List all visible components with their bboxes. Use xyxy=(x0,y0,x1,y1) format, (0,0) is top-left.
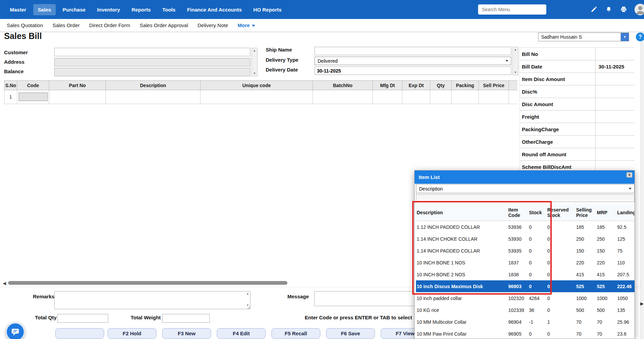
item-list-row-10-inch-padded-collar[interactable]: 10 inch padded collar1023204264010001000… xyxy=(416,292,634,304)
scroll-up-icon[interactable]: ▲ xyxy=(514,48,517,51)
button-f4-edit[interactable]: F4 Edit xyxy=(217,328,266,339)
grid-cell[interactable] xyxy=(17,90,49,104)
scroll-up-icon[interactable]: ▲ xyxy=(253,49,256,52)
printer-icon[interactable] xyxy=(620,5,628,14)
item-list-cell: 1837 xyxy=(508,260,528,265)
item-list-cell: 70 xyxy=(575,319,596,325)
items-grid-header: S.NoCodePart NoDescriptionUnique codeBat… xyxy=(4,80,517,90)
item-list-row-10-inch-bone-1-nos[interactable]: 10 INCH BONE 1 NOS183700220220110 xyxy=(416,257,634,268)
close-icon[interactable]: x xyxy=(626,172,632,178)
grid-cell[interactable] xyxy=(509,90,517,104)
function-button-blank[interactable] xyxy=(55,328,104,339)
item-list-cell: 0 xyxy=(547,224,575,230)
item-list-row-1-14-inch-padded-collar[interactable]: 1.14 INCH PADDED COLLAR539350015015075 xyxy=(416,245,634,257)
search-input[interactable] xyxy=(478,4,546,15)
topnav-item-master[interactable]: Master xyxy=(5,4,31,15)
item-list-cell: 75 xyxy=(617,248,635,254)
grid-column-exp-dt: Exp Dt xyxy=(402,80,430,90)
subnav-item-direct-order-form[interactable]: Direct Order Form xyxy=(84,20,135,31)
item-list-row-1-14-inch-choke-collar[interactable]: 1.14 INCH CHOKE COLLAR5393000250250125 xyxy=(416,233,634,245)
scroll-left-icon[interactable]: ◀ xyxy=(3,281,6,286)
delivery-date-input[interactable] xyxy=(315,66,511,75)
item-list-cell: 0 xyxy=(547,307,575,313)
item-list-cell: 96903 xyxy=(508,284,528,289)
grid-cell[interactable] xyxy=(373,90,402,104)
subnav-item-delivery-note[interactable]: Delivery Note xyxy=(193,20,233,31)
side-panel-label: PackingCharge xyxy=(520,126,595,132)
grid-column-unique-code: Unique code xyxy=(201,80,313,90)
search-by-select[interactable]: Description xyxy=(416,184,634,193)
side-panel-label: OtherCharge xyxy=(520,139,595,145)
total-weight-input[interactable] xyxy=(162,314,210,323)
grid-cell[interactable] xyxy=(479,90,509,104)
item-list-row-10-kg-rice[interactable]: 10 KG rice102339360500500135 xyxy=(416,304,634,316)
total-qty-input[interactable] xyxy=(57,314,108,323)
item-list-cell: 10 inch Discus Maximus Disk xyxy=(416,284,508,289)
item-list-popup: Item List x Description DescriptionItem … xyxy=(414,170,635,339)
grid-cell[interactable] xyxy=(106,90,201,104)
chat-icon[interactable] xyxy=(6,322,25,339)
item-list-cell: 525 xyxy=(575,284,596,289)
grid-cell[interactable] xyxy=(201,90,313,104)
subnav-item-sales-order[interactable]: Sales Order xyxy=(48,20,84,31)
branch-select[interactable]: Sadham Hussain S ▼ xyxy=(538,33,629,41)
scroll-right-icon[interactable]: ▶ xyxy=(640,301,644,306)
ship-name-input[interactable] xyxy=(315,47,511,55)
item-list-cell: 0 xyxy=(528,248,547,254)
item-list-cell: 222.46 xyxy=(617,284,635,289)
help-icon[interactable]: ? xyxy=(636,33,644,41)
scroll-down-icon[interactable]: ▼ xyxy=(253,72,256,75)
item-code-input[interactable] xyxy=(19,93,48,101)
button-f2-hold[interactable]: F2 Hold xyxy=(108,328,156,339)
button-f5-recall[interactable]: F5 Recall xyxy=(271,328,320,339)
scroll-down-icon[interactable]: ▼ xyxy=(514,71,517,74)
subnav-item-more[interactable]: More xyxy=(233,20,260,31)
topnav-item-purchase[interactable]: Purchase xyxy=(58,4,90,15)
side-panel-label: Disc% xyxy=(520,89,595,95)
delivery-type-label: Delivery Type xyxy=(266,57,298,63)
grid-cell-sno[interactable]: 1 xyxy=(4,90,17,104)
item-list-row-1-12-inch-padded-collar[interactable]: 1.12 INCH PADDED COLLAR539360018518592.5 xyxy=(416,221,634,233)
topnav-item-finance-and-accounts[interactable]: Finance And Accounts xyxy=(183,4,246,15)
topnav-item-tools[interactable]: Tools xyxy=(158,4,180,15)
item-list-cell: 53936 xyxy=(508,224,528,230)
customer-input[interactable] xyxy=(54,48,250,56)
item-list-row-10-mm-multicolor-collar[interactable]: 10 MM Multicolor Collar96904-11707025.96 xyxy=(416,316,634,328)
delivery-type-select[interactable]: Delivered xyxy=(315,57,511,65)
page-title: Sales Bill xyxy=(4,31,42,41)
topnav-item-sales[interactable]: Sales xyxy=(33,4,55,15)
grid-cell[interactable] xyxy=(49,90,106,104)
resize-grip[interactable] xyxy=(247,306,250,309)
item-list-row-10-inch-discus-maximus-disk[interactable]: 10 inch Discus Maximus Disk9690300525525… xyxy=(416,280,634,292)
item-list-cell: 70 xyxy=(575,331,596,337)
bell-icon[interactable] xyxy=(605,5,613,14)
item-list-cell: 220 xyxy=(596,260,617,265)
total-weight-label: Total Weight xyxy=(131,315,161,320)
popup-titlebar[interactable]: Item List x xyxy=(415,171,634,184)
side-panel-row-item-disc-amount: Item Disc Amount xyxy=(520,73,634,85)
pen-icon[interactable] xyxy=(590,5,598,14)
remarks-textarea[interactable] xyxy=(54,291,250,309)
item-search-input[interactable] xyxy=(416,194,634,202)
side-panel-label: Disc Amount xyxy=(520,101,595,107)
button-f6-save[interactable]: F6 Save xyxy=(326,328,375,339)
subnav-item-sales-quotation[interactable]: Sales Quotation xyxy=(2,20,48,31)
item-list-cell: 4264 xyxy=(528,296,547,301)
item-list-row-10-mm-paw-print-collar[interactable]: 10 MM Paw Print Collar9690500707023.6 xyxy=(416,328,634,339)
topnav-item-inventory[interactable]: Inventory xyxy=(93,4,125,15)
grid-cell[interactable] xyxy=(402,90,430,104)
grid-cell[interactable] xyxy=(313,90,373,104)
item-list-cell: 70 xyxy=(596,331,617,337)
button-f3-new[interactable]: F3 New xyxy=(162,328,211,339)
grid-cell[interactable] xyxy=(430,90,452,104)
subnav-item-sales-order-approval[interactable]: Sales Order Approval xyxy=(135,20,193,31)
avatar[interactable] xyxy=(634,4,644,15)
item-list-row-10-inch-bone-2-nos[interactable]: 10 INCH BONE 2 NOS183800415415207.5 xyxy=(416,268,634,280)
topnav-item-ho-reports[interactable]: HO Reports xyxy=(249,4,286,15)
grid-cell[interactable] xyxy=(452,90,479,104)
side-panel-label: Freight xyxy=(520,114,595,120)
topnav-item-reports[interactable]: Reports xyxy=(127,4,155,15)
horizontal-scrollbar[interactable] xyxy=(8,281,287,285)
right-scroll-strip[interactable] xyxy=(641,32,644,339)
scroll-up-icon[interactable]: ▲ xyxy=(246,292,249,295)
